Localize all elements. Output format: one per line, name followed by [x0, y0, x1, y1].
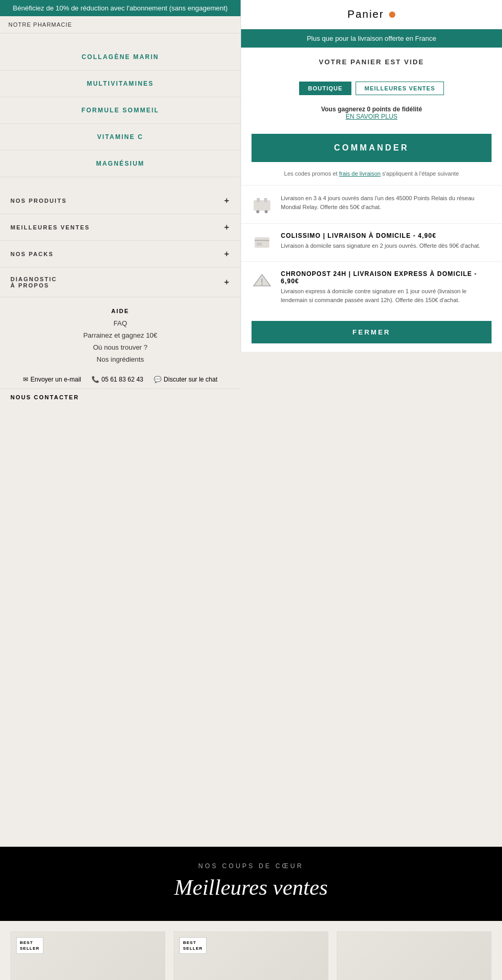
nav-multivitamines[interactable]: MULTIVITAMINES [0, 71, 241, 97]
product-card-0: BESTSELLER Magnésium Bisglycinate Forme … [10, 931, 165, 980]
colissimo-icon [252, 232, 272, 253]
category-diagnostic[interactable]: DIAGNOSTIC À PROPOS + [0, 268, 241, 297]
chat-contact[interactable]: 💬 Discuter sur le chat [154, 376, 218, 383]
svg-rect-2 [264, 198, 267, 202]
phone-contact[interactable]: 📞 05 61 83 62 43 [92, 376, 143, 383]
aide-title: AIDE [0, 303, 241, 317]
section-subtitle: NOS COUPS DE CŒUR [10, 862, 492, 870]
contact-row: ✉ Envoyer un e-mail 📞 05 61 83 62 43 💬 D… [0, 371, 241, 388]
relay-icon [252, 194, 272, 215]
email-icon: ✉ [23, 376, 28, 383]
tab-boutique[interactable]: BOUTIQUE [299, 82, 351, 95]
fermer-button[interactable]: FERMER [252, 321, 492, 343]
free-shipping-bar: Plus que pour la livraison offerte en Fr… [241, 29, 502, 48]
cart-tabs: BOUTIQUE MEILLEURES VENTES [241, 76, 502, 100]
svg-point-9 [261, 284, 263, 285]
cart-title: Panier [348, 8, 384, 20]
product-image-2 [337, 932, 491, 980]
cart-dot [389, 11, 395, 18]
expand-icon: + [224, 196, 230, 205]
promo-note: Les codes promos et frais de livraison s… [241, 170, 502, 185]
store-logo: NOTRE PHARMACIE [0, 16, 241, 33]
cart-panel: Panier Plus que pour la livraison offert… [241, 0, 502, 352]
loyalty-link[interactable]: EN SAVOIR PLUS [346, 113, 397, 120]
category-nos-produits[interactable]: NOS PRODUITS + [0, 188, 241, 214]
category-meilleures-ventes[interactable]: MEILLEURES VENTES + [0, 214, 241, 241]
tab-meilleures-ventes[interactable]: MEILLEURES VENTES [356, 82, 444, 95]
chat-icon: 💬 [154, 376, 162, 383]
phone-icon: 📞 [92, 376, 99, 383]
svg-rect-0 [254, 200, 270, 211]
relay-info: Livraison en 3 à 4 jours ouvrés dans l'u… [281, 194, 492, 211]
delivery-colissimo: COLISSIMO | LIVRAISON À DOMICILE - 4,90€… [241, 223, 502, 261]
colissimo-info: COLISSIMO | LIVRAISON À DOMICILE - 4,90€… [281, 232, 481, 250]
top-banner: Bénéficiez de 10% de réduction avec l'ab… [0, 0, 241, 16]
nous-contacter: NOUS CONTACTER [0, 388, 241, 406]
expand-icon: + [224, 278, 230, 287]
footer-faq[interactable]: FAQ [0, 317, 241, 329]
cart-header: Panier [241, 0, 502, 29]
delivery-chronopost: CHRONOPOST 24H | LIVRAISON EXPRESS À DOM… [241, 261, 502, 313]
product-card-2: Vitamine C liposomale (gélules) Assimila… [337, 931, 492, 980]
loyalty-section: Vous gagnerez 0 points de fidélité EN SA… [241, 100, 502, 125]
nav-magnesium[interactable]: MAGNÉSIUM [0, 151, 241, 177]
section-title: Meilleures ventes [10, 875, 492, 900]
svg-point-4 [265, 210, 268, 213]
chronopost-icon [252, 270, 272, 291]
expand-icon: + [224, 223, 230, 232]
delivery-mondial-relay: Livraison en 3 à 4 jours ouvrés dans l'u… [241, 185, 502, 223]
commander-button[interactable]: COMMANDER [252, 134, 492, 162]
expand-icon: + [224, 249, 230, 259]
footer-trouver[interactable]: Où nous trouver ? [0, 341, 241, 353]
product-card-1: BESTSELLER Collagène Marin en Poudre Qua… [174, 931, 328, 980]
nav-collagene[interactable]: COLLAGÈNE MARIN [0, 44, 241, 71]
category-nos-packs[interactable]: NOS PACKS + [0, 241, 241, 268]
svg-rect-1 [257, 198, 260, 202]
footer-ingredients[interactable]: Nos ingrédients [0, 353, 241, 365]
email-contact[interactable]: ✉ Envoyer un e-mail [23, 376, 81, 383]
product-grid: BESTSELLER Magnésium Bisglycinate Forme … [0, 921, 502, 980]
section-header: NOS COUPS DE CŒUR Meilleures ventes [0, 847, 502, 921]
nav-sommeil[interactable]: FORMULE SOMMEIL [0, 97, 241, 124]
svg-point-3 [256, 210, 259, 213]
nav-vitamine-c[interactable]: VITAMINE C [0, 124, 241, 151]
footer-parrainage[interactable]: Parrainez et gagnez 10€ [0, 329, 241, 341]
chronopost-info: CHRONOPOST 24H | LIVRAISON EXPRESS À DOM… [281, 270, 492, 304]
best-seller-badge-0: BESTSELLER [16, 937, 43, 954]
svg-rect-6 [257, 243, 262, 246]
best-seller-badge-1: BESTSELLER [179, 937, 207, 954]
cart-empty-message: VOTRE PANIER EST VIDE [241, 48, 502, 76]
frais-livraison-link[interactable]: frais de livraison [339, 170, 380, 177]
